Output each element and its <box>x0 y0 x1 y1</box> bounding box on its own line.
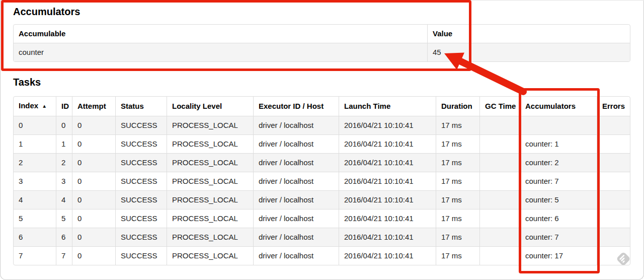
column-header-accumulators[interactable]: Accumulators <box>520 97 597 116</box>
column-header-errors[interactable]: Errors <box>597 97 630 116</box>
cell-id: 2 <box>56 153 72 172</box>
cell-duration: 17 ms <box>436 172 479 190</box>
spark-stage-page: Accumulators Accumulable Value counter 4… <box>0 0 644 280</box>
cell-gc-time <box>479 153 520 172</box>
cell-duration: 17 ms <box>436 246 479 265</box>
column-header-label: Locality Level <box>172 102 222 110</box>
column-header-label: Duration <box>441 102 472 110</box>
cell-attempt: 0 <box>72 134 115 153</box>
cell-id: 7 <box>56 246 72 265</box>
cell-status: SUCCESS <box>115 172 167 190</box>
cell-index: 0 <box>14 116 56 134</box>
cell-launch-time: 2016/04/21 10:10:41 <box>339 246 436 265</box>
column-header-executor-id-host[interactable]: Executor ID / Host <box>253 97 339 116</box>
cell-duration: 17 ms <box>436 134 479 153</box>
column-header-label: Index <box>19 101 38 110</box>
cell-gc-time <box>479 172 520 190</box>
cell-launch-time: 2016/04/21 10:10:41 <box>339 172 436 190</box>
cell-attempt: 0 <box>72 116 115 134</box>
column-header-index[interactable]: Index▲ <box>14 97 56 116</box>
cell-id: 1 <box>56 134 72 153</box>
cell-accumulators: counter: 7 <box>520 228 597 246</box>
column-header-label: Attempt <box>77 102 106 110</box>
cell-id: 0 <box>56 116 72 134</box>
cell-accumulators: counter: 17 <box>520 246 597 265</box>
cell-value: 45 <box>427 43 630 61</box>
cell-attempt: 0 <box>72 246 115 265</box>
tasks-header-row: Index▲IDAttemptStatusLocality LevelExecu… <box>14 97 630 116</box>
cell-errors <box>597 134 630 153</box>
cell-id: 5 <box>56 209 72 228</box>
cell-locality-level: PROCESS_LOCAL <box>167 246 253 265</box>
column-header-attempt[interactable]: Attempt <box>72 97 115 116</box>
task-row: 770SUCCESSPROCESS_LOCALdriver / localhos… <box>14 246 630 265</box>
cell-gc-time <box>479 116 520 134</box>
column-header-label: Executor ID / Host <box>259 102 324 110</box>
cell-launch-time: 2016/04/21 10:10:41 <box>339 228 436 246</box>
cell-locality-level: PROCESS_LOCAL <box>167 116 253 134</box>
cell-executor-id-host: driver / localhost <box>253 228 339 246</box>
column-header-label: Errors <box>602 102 625 110</box>
cell-launch-time: 2016/04/21 10:10:41 <box>339 116 436 134</box>
cell-gc-time <box>479 134 520 153</box>
cell-index: 5 <box>14 209 56 228</box>
column-header-duration[interactable]: Duration <box>436 97 479 116</box>
cell-accumulators <box>520 116 597 134</box>
task-row: 000SUCCESSPROCESS_LOCALdriver / localhos… <box>14 116 630 134</box>
cell-errors <box>597 153 630 172</box>
cell-locality-level: PROCESS_LOCAL <box>167 228 253 246</box>
cell-attempt: 0 <box>72 153 115 172</box>
column-header-label: Accumulators <box>525 102 576 110</box>
cell-gc-time <box>479 246 520 265</box>
column-header-value: Value <box>427 25 630 43</box>
cell-duration: 17 ms <box>436 209 479 228</box>
task-row: 330SUCCESSPROCESS_LOCALdriver / localhos… <box>14 172 630 190</box>
cell-locality-level: PROCESS_LOCAL <box>167 190 253 209</box>
column-header-label: Launch Time <box>344 102 390 110</box>
cell-accumulators: counter: 7 <box>520 172 597 190</box>
column-header-label: GC Time <box>485 102 516 110</box>
cell-errors <box>597 116 630 134</box>
cell-attempt: 0 <box>72 209 115 228</box>
cell-launch-time: 2016/04/21 10:10:41 <box>339 209 436 228</box>
cell-gc-time <box>479 209 520 228</box>
cell-gc-time <box>479 190 520 209</box>
cell-status: SUCCESS <box>115 153 167 172</box>
cell-gc-time <box>479 228 520 246</box>
cell-id: 6 <box>56 228 72 246</box>
cell-executor-id-host: driver / localhost <box>253 209 339 228</box>
column-header-accumulable: Accumulable <box>14 25 427 43</box>
cell-duration: 17 ms <box>436 190 479 209</box>
column-header-id[interactable]: ID <box>56 97 72 116</box>
column-header-gc-time[interactable]: GC Time <box>479 97 520 116</box>
cell-status: SUCCESS <box>115 228 167 246</box>
task-row: 550SUCCESSPROCESS_LOCALdriver / localhos… <box>14 209 630 228</box>
column-header-locality-level[interactable]: Locality Level <box>167 97 253 116</box>
cell-accumulators: counter: 1 <box>520 134 597 153</box>
cell-status: SUCCESS <box>115 116 167 134</box>
cell-index: 2 <box>14 153 56 172</box>
cell-status: SUCCESS <box>115 209 167 228</box>
task-row: 220SUCCESSPROCESS_LOCALdriver / localhos… <box>14 153 630 172</box>
cell-locality-level: PROCESS_LOCAL <box>167 134 253 153</box>
accumulator-row: counter 45 <box>14 43 630 61</box>
accumulators-section-title: Accumulators <box>13 6 630 18</box>
cell-launch-time: 2016/04/21 10:10:41 <box>339 134 436 153</box>
cell-errors <box>597 190 630 209</box>
column-header-launch-time[interactable]: Launch Time <box>339 97 436 116</box>
cell-errors <box>597 172 630 190</box>
cell-attempt: 0 <box>72 190 115 209</box>
cell-status: SUCCESS <box>115 134 167 153</box>
cell-accumulators: counter: 6 <box>520 209 597 228</box>
tasks-table: Index▲IDAttemptStatusLocality LevelExecu… <box>13 96 630 265</box>
cell-duration: 17 ms <box>436 228 479 246</box>
cell-index: 3 <box>14 172 56 190</box>
tasks-section-title: Tasks <box>13 76 630 88</box>
cell-executor-id-host: driver / localhost <box>253 190 339 209</box>
cell-executor-id-host: driver / localhost <box>253 116 339 134</box>
column-header-status[interactable]: Status <box>115 97 167 116</box>
cell-index: 4 <box>14 190 56 209</box>
cell-locality-level: PROCESS_LOCAL <box>167 153 253 172</box>
cell-locality-level: PROCESS_LOCAL <box>167 209 253 228</box>
cell-errors <box>597 209 630 228</box>
